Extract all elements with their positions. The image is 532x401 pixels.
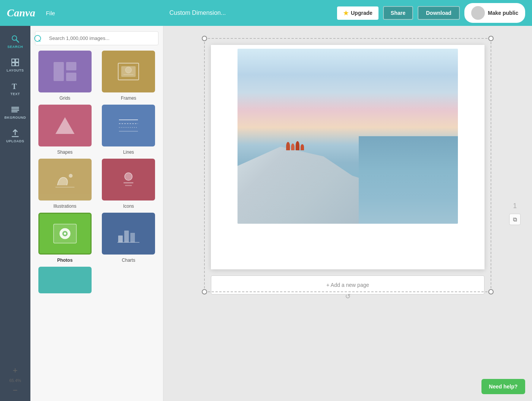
add-page-button[interactable]: + Add a new page <box>211 275 484 294</box>
svg-line-1 <box>16 40 19 42</box>
doc-title: Custom Dimension... <box>63 10 332 16</box>
svg-rect-14 <box>66 73 76 81</box>
svg-rect-33 <box>118 236 123 242</box>
person-1 <box>286 142 290 150</box>
logo[interactable]: Canva <box>7 7 35 19</box>
make-public-button[interactable]: Make public <box>464 3 525 23</box>
lines-thumb-icon <box>115 114 142 137</box>
file-menu[interactable]: File <box>43 8 58 18</box>
canvas-photo-inner <box>238 49 458 224</box>
panel-thumb-icons <box>102 159 155 200</box>
panel-thumb-photos <box>38 213 92 255</box>
sidebar-item-search[interactable]: SEARCH <box>0 30 30 53</box>
panel-thumb-shapes <box>38 105 92 146</box>
page-action-copy[interactable]: ⧉ <box>509 214 521 225</box>
main-layout: SEARCH LAYOUTS T TEXT <box>0 26 532 401</box>
svg-rect-12 <box>54 62 64 81</box>
svg-point-26 <box>125 173 132 180</box>
background-icon <box>11 105 20 114</box>
icons-thumb-icon <box>115 168 142 191</box>
sidebar-item-label: UPLOADS <box>6 139 24 143</box>
svg-rect-35 <box>130 233 135 242</box>
zoom-out-button[interactable]: − <box>8 383 22 397</box>
panel-item-label: Illustrations <box>53 204 76 209</box>
upgrade-button[interactable]: ★ Upgrade <box>337 6 378 20</box>
people-silhouette <box>286 141 304 150</box>
topbar: Canva File Custom Dimension... ★ Upgrade… <box>0 0 532 26</box>
person-4 <box>301 144 304 150</box>
handle-bottom-right[interactable] <box>488 289 494 294</box>
handle-bottom-left[interactable] <box>202 289 207 294</box>
panel-item-more[interactable] <box>35 267 95 293</box>
sidebar-item-label: TEXT <box>10 92 20 96</box>
panel-item-lines[interactable]: Lines <box>99 105 159 155</box>
avatar <box>471 6 485 20</box>
svg-rect-3 <box>16 59 19 62</box>
panel-item-photos[interactable]: Photos <box>35 213 95 263</box>
search-bar <box>30 26 163 51</box>
panel-item-shapes[interactable]: Shapes <box>35 105 95 155</box>
text-icon: T <box>11 81 20 91</box>
charts-thumb-icon <box>115 222 142 245</box>
need-help-button[interactable]: Need help? <box>481 379 525 394</box>
shapes-thumb-icon <box>52 114 78 137</box>
canvas-page[interactable] <box>211 45 484 269</box>
svg-rect-27 <box>124 182 133 183</box>
rotate-handle[interactable]: ↺ <box>345 292 351 301</box>
panel-item-grids[interactable]: Grids <box>35 51 95 101</box>
page-number: 1 <box>513 202 517 210</box>
photos-thumb-icon <box>52 222 78 245</box>
panel-item-label: Frames <box>121 95 136 101</box>
svg-marker-19 <box>55 117 74 134</box>
panel-item-label: Icons <box>123 204 134 209</box>
panel-thumb-more <box>38 267 92 293</box>
panel: Grids Frames <box>30 26 163 401</box>
panel-item-label: Lines <box>123 150 134 155</box>
canvas-wrapper: ↺ <box>211 45 484 269</box>
panel-thumb-lines <box>102 105 155 146</box>
svg-rect-28 <box>125 185 132 186</box>
share-button[interactable]: Share <box>383 6 413 20</box>
panel-grid: Grids Frames <box>30 51 163 298</box>
panel-item-icons[interactable]: Icons <box>99 159 159 209</box>
sidebar-item-uploads[interactable]: UPLOADS <box>0 124 30 148</box>
search-icon <box>11 34 20 43</box>
svg-rect-13 <box>66 62 76 70</box>
panel-item-charts[interactable]: Charts <box>99 213 159 263</box>
person-3 <box>296 141 299 150</box>
svg-point-32 <box>64 232 66 235</box>
canvas-photo[interactable] <box>238 49 458 224</box>
download-button[interactable]: Download <box>418 6 460 20</box>
panel-item-illustrations[interactable]: Illustrations <box>35 159 95 209</box>
zoom-in-button[interactable]: + <box>8 364 22 377</box>
panel-thumb-charts <box>102 213 155 255</box>
sidebar-item-layouts[interactable]: LAYOUTS <box>0 53 30 77</box>
panel-item-label: Photos <box>57 258 73 263</box>
star-icon: ★ <box>343 10 348 17</box>
svg-rect-2 <box>12 59 15 62</box>
zoom-level: 65.4% <box>9 378 21 383</box>
search-input[interactable] <box>35 31 158 45</box>
sidebar-item-text[interactable]: T TEXT <box>0 77 30 100</box>
svg-rect-5 <box>16 63 19 66</box>
svg-rect-4 <box>12 63 15 66</box>
uploads-icon <box>11 129 20 138</box>
sidebar-item-background[interactable]: BKGROUND <box>0 100 30 124</box>
person-2 <box>291 143 294 150</box>
panel-thumb-illustrations <box>38 159 92 200</box>
handle-top-left[interactable] <box>202 36 207 41</box>
handle-top-right[interactable] <box>488 36 494 41</box>
layouts-icon <box>11 58 20 67</box>
svg-text:T: T <box>12 82 17 91</box>
frames-thumb-icon <box>115 60 142 83</box>
panel-item-label: Charts <box>122 258 135 263</box>
sidebar-item-label: LAYOUTS <box>6 68 24 72</box>
panel-item-frames[interactable]: Frames <box>99 51 159 101</box>
illustrations-thumb-icon <box>52 168 78 191</box>
icon-bar: SEARCH LAYOUTS T TEXT <box>0 26 30 401</box>
sidebar-item-label: BKGROUND <box>5 116 26 119</box>
page-controls: 1 ⧉ <box>509 202 521 225</box>
svg-point-25 <box>69 174 73 178</box>
svg-rect-34 <box>124 231 129 242</box>
panel-item-label: Grids <box>59 95 70 101</box>
